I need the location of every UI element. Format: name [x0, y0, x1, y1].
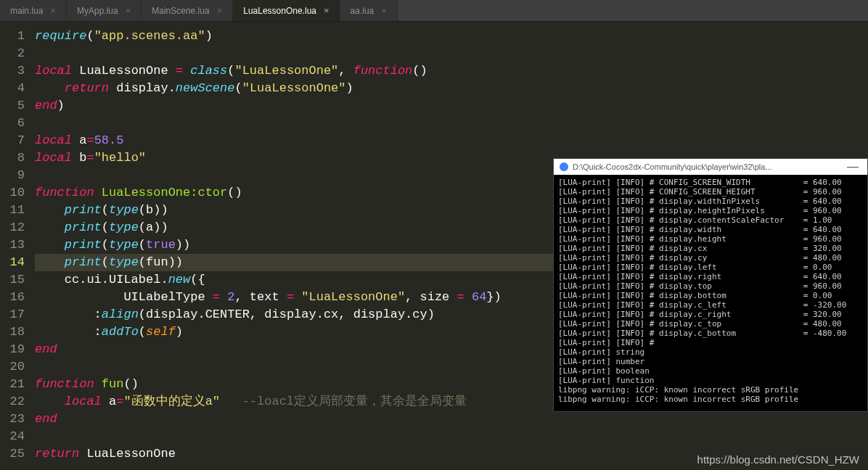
console-line: [LUA-print] [INFO] # display.height = 96…: [558, 234, 863, 244]
console-line: [LUA-print] function: [558, 376, 863, 385]
tab-aa-lua[interactable]: aa.lua×: [340, 0, 398, 21]
line-number: 23: [0, 411, 25, 428]
line-number: 6: [0, 115, 25, 132]
line-number: 21: [0, 376, 25, 393]
line-number: 18: [0, 323, 25, 341]
tab-label: MainScene.lua: [152, 6, 209, 16]
console-line: [LUA-print] [INFO] # display.contentScal…: [558, 215, 863, 225]
line-number: 20: [0, 358, 25, 376]
line-number-gutter: 1234567891011121314151617181920212223242…: [0, 22, 30, 470]
close-icon[interactable]: ×: [324, 5, 329, 16]
console-line: [LUA-print] [INFO] # display.c_top = 480…: [558, 319, 863, 329]
console-line: [LUA-print] boolean: [558, 366, 863, 376]
line-number: 4: [0, 80, 25, 97]
console-line: [LUA-print] [INFO] # display.left = 0.00: [558, 263, 863, 272]
console-line: [LUA-print] [INFO] # display.right = 640…: [558, 272, 863, 281]
app-icon: [560, 162, 568, 171]
line-number: 3: [0, 62, 25, 80]
console-line: [LUA-print] number: [558, 357, 863, 366]
console-line: [LUA-print] [INFO] #: [558, 338, 863, 347]
line-number: 15: [0, 271, 25, 289]
line-number: 11: [0, 202, 25, 219]
code-line: [35, 428, 868, 445]
console-line: [LUA-print] [INFO] # display.top = 960.0…: [558, 281, 863, 291]
line-number: 12: [0, 219, 25, 236]
line-number: 8: [0, 149, 25, 167]
code-line: local LuaLessonOne = class("LuaLessonOne…: [35, 62, 868, 80]
console-titlebar[interactable]: D:\Quick-Cocos2dx-Community\quick\player…: [554, 159, 867, 175]
console-line: [LUA-print] [INFO] # CONFIG_SCREEN_HEIGH…: [558, 187, 863, 197]
console-line: [LUA-print] [INFO] # display.width = 640…: [558, 225, 863, 234]
line-number: 13: [0, 236, 25, 254]
line-number: 19: [0, 341, 25, 358]
code-line: [35, 115, 868, 132]
console-warning: libpng warning: iCCP: known incorrect sR…: [558, 395, 863, 404]
console-window: D:\Quick-Cocos2dx-Community\quick\player…: [553, 158, 868, 412]
minimize-icon[interactable]: —: [844, 160, 861, 173]
console-title-text: D:\Quick-Cocos2dx-Community\quick\player…: [573, 162, 840, 171]
line-number: 24: [0, 428, 25, 445]
console-line: [LUA-print] [INFO] # display.bottom = 0.…: [558, 291, 863, 300]
watermark: https://blog.csdn.net/CSDN_HZW: [697, 453, 859, 466]
close-icon[interactable]: ×: [50, 5, 56, 16]
close-icon[interactable]: ×: [217, 5, 223, 16]
close-icon[interactable]: ×: [381, 5, 387, 16]
console-line: [LUA-print] string: [558, 347, 863, 357]
line-number: 7: [0, 132, 25, 149]
console-line: [LUA-print] [INFO] # display.heightInPix…: [558, 206, 863, 215]
console-line: [LUA-print] [INFO] # display.c_left = -3…: [558, 300, 863, 310]
code-line: end): [35, 97, 868, 115]
tab-main-lua[interactable]: main.lua×: [0, 0, 67, 21]
console-line: [LUA-print] [INFO] # display.widthInPixe…: [558, 197, 863, 206]
code-line: local a=58.5: [35, 132, 868, 149]
line-number: 14: [0, 254, 25, 271]
line-number: 17: [0, 306, 25, 323]
line-number: 16: [0, 289, 25, 306]
line-number: 22: [0, 393, 25, 411]
code-line: [35, 45, 868, 62]
line-number: 25: [0, 445, 25, 463]
code-line: return display.newScene("LuaLessonOne"): [35, 80, 868, 97]
console-line: [LUA-print] [INFO] # display.cy = 480.00: [558, 253, 863, 263]
console-output: [LUA-print] [INFO] # CONFIG_SCREEN_WIDTH…: [554, 175, 867, 411]
tab-label: MyApp.lua: [77, 6, 118, 16]
console-line: [LUA-print] [INFO] # display.cx = 320.00: [558, 244, 863, 253]
close-icon[interactable]: ×: [126, 5, 131, 16]
line-number: 2: [0, 45, 25, 62]
tab-mainscene-lua[interactable]: MainScene.lua×: [142, 0, 233, 21]
tab-label: main.lua: [10, 6, 43, 16]
line-number: 5: [0, 97, 25, 115]
line-number: 1: [0, 28, 25, 45]
tab-bar: main.lua×MyApp.lua×MainScene.lua×LuaLess…: [0, 0, 868, 22]
tab-label: aa.lua: [351, 6, 374, 16]
tab-label: LuaLessonOne.lua: [243, 6, 316, 16]
line-number: 9: [0, 167, 25, 184]
tab-myapp-lua[interactable]: MyApp.lua×: [67, 0, 142, 21]
line-number: 10: [0, 184, 25, 202]
tab-lualessonone-lua[interactable]: LuaLessonOne.lua×: [233, 0, 340, 21]
code-line: end: [35, 411, 868, 428]
console-line: [LUA-print] [INFO] # display.c_right = 3…: [558, 310, 863, 319]
console-line: [LUA-print] [INFO] # display.c_bottom = …: [558, 329, 863, 338]
code-line: require("app.scenes.aa"): [35, 28, 868, 45]
console-warning: libpng warning: iCCP: known incorrect sR…: [558, 385, 863, 395]
console-line: [LUA-print] [INFO] # CONFIG_SCREEN_WIDTH…: [558, 178, 863, 187]
